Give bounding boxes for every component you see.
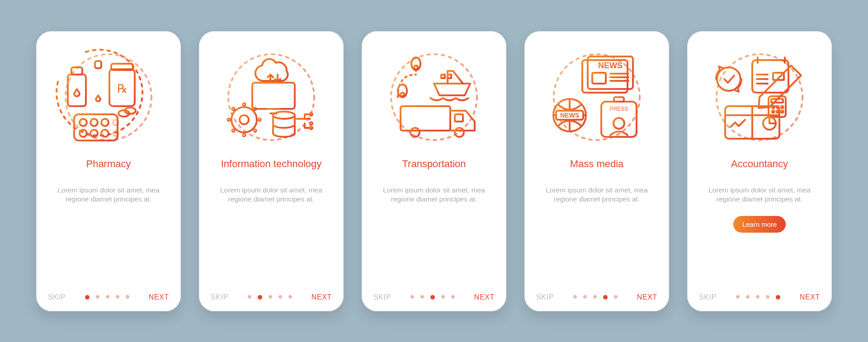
svg-rect-19 (252, 83, 295, 109)
pager-dot[interactable] (258, 295, 262, 300)
svg-text:NEWS: NEWS (598, 61, 623, 70)
pager-dots (573, 295, 618, 300)
pager-dot[interactable] (441, 295, 445, 299)
pager-dot[interactable] (603, 295, 608, 300)
pager-dots (248, 295, 292, 300)
slide-title: Transportation (373, 158, 495, 183)
svg-rect-39 (401, 106, 450, 131)
transportation-illustration (373, 43, 495, 151)
svg-point-42 (455, 128, 464, 137)
svg-point-63 (781, 106, 783, 108)
onboarding-row: ℞ Pharmacy Lorem ipsum dolor sit amet, m… (36, 31, 832, 311)
pager-dot[interactable] (766, 295, 769, 299)
slide-title: Accountancy (699, 158, 820, 183)
learn-more-button[interactable]: Learn more (733, 216, 786, 233)
svg-point-11 (90, 119, 98, 126)
pager-dot[interactable] (746, 295, 750, 299)
pager-dot[interactable] (116, 295, 119, 299)
svg-point-18 (228, 54, 314, 140)
svg-rect-52 (614, 97, 624, 102)
svg-point-29 (254, 129, 256, 132)
svg-point-22 (243, 103, 245, 106)
svg-point-23 (243, 134, 245, 136)
svg-point-36 (401, 93, 404, 96)
slide-title: Mass media (536, 158, 657, 183)
svg-rect-40 (455, 114, 463, 122)
pager-dot[interactable] (106, 295, 109, 299)
pager-dot[interactable] (736, 295, 740, 299)
pager-dot[interactable] (126, 295, 129, 299)
onboarding-slide: Transportation Lorem ipsum dolor sit ame… (362, 31, 506, 311)
onboarding-slide: Accountancy Lorem ipsum dolor sit amet, … (687, 31, 832, 311)
svg-text:℞: ℞ (117, 82, 127, 95)
pager-dot[interactable] (593, 295, 597, 299)
pager-dot[interactable] (269, 295, 272, 299)
svg-rect-47 (592, 73, 606, 84)
slide-title: Information technology (211, 158, 332, 183)
slide-title: Pharmacy (48, 158, 169, 183)
svg-rect-38 (448, 75, 451, 78)
slide-description: Lorem ipsum dolor sit amet, mea regione … (48, 186, 169, 205)
next-button[interactable]: NEXT (637, 293, 657, 301)
svg-point-26 (232, 108, 235, 110)
pager-dot[interactable] (756, 295, 760, 299)
pager-dots (736, 295, 780, 300)
pager-dot[interactable] (430, 295, 435, 300)
pager-dot[interactable] (573, 295, 577, 299)
slide-description: Lorem ipsum dolor sit amet, mea regione … (699, 186, 820, 205)
pager-dot[interactable] (583, 295, 587, 299)
pager-dot[interactable] (776, 295, 780, 300)
svg-point-13 (113, 120, 118, 125)
pager-dot[interactable] (288, 295, 292, 299)
next-button[interactable]: NEXT (311, 293, 332, 301)
svg-point-65 (777, 110, 779, 112)
svg-point-66 (781, 110, 783, 112)
pager-dot[interactable] (96, 295, 99, 299)
svg-text:PRESS: PRESS (610, 106, 628, 112)
pager-dot[interactable] (278, 295, 282, 299)
svg-point-10 (80, 119, 87, 126)
pager-dot[interactable] (420, 295, 424, 299)
slide-description: Lorem ipsum dolor sit amet, mea regione … (211, 186, 332, 205)
pager-dot[interactable] (614, 295, 618, 299)
svg-point-21 (240, 115, 249, 124)
slide-description: Lorem ipsum dolor sit amet, mea regione … (536, 186, 657, 205)
svg-point-32 (310, 122, 312, 125)
onboarding-slide: ℞ Pharmacy Lorem ipsum dolor sit amet, m… (36, 31, 181, 311)
svg-point-24 (227, 118, 230, 121)
pager-dots (410, 295, 455, 300)
svg-rect-3 (95, 61, 101, 68)
skip-button[interactable]: SKIP (211, 293, 228, 301)
pager-dot[interactable] (85, 295, 90, 300)
svg-point-54 (613, 118, 624, 129)
svg-text:NEWS: NEWS (560, 112, 579, 119)
onboarding-slide: Information technology Lorem ipsum dolor… (199, 31, 344, 311)
it-illustration (211, 43, 332, 151)
next-button[interactable]: NEXT (800, 293, 820, 301)
svg-point-25 (258, 118, 261, 121)
svg-rect-37 (441, 75, 445, 78)
pager-dot[interactable] (410, 295, 414, 299)
onboarding-slide: NEWS NEWS PRESS Mass media Lor (524, 31, 669, 311)
svg-point-16 (101, 130, 108, 137)
pager-dot[interactable] (451, 295, 455, 299)
svg-point-35 (414, 66, 418, 69)
svg-point-30 (273, 112, 295, 119)
next-button[interactable]: NEXT (149, 293, 169, 301)
next-button[interactable]: NEXT (474, 293, 495, 301)
svg-point-64 (772, 110, 774, 112)
pharmacy-illustration: ℞ (48, 43, 169, 151)
svg-point-12 (101, 119, 108, 126)
mass-media-illustration: NEWS NEWS PRESS (536, 43, 657, 151)
pager-dots (85, 295, 129, 300)
skip-button[interactable]: SKIP (373, 293, 391, 301)
pager-dot[interactable] (248, 295, 251, 299)
skip-button[interactable]: SKIP (536, 293, 554, 301)
skip-button[interactable]: SKIP (48, 293, 66, 301)
slide-description: Lorem ipsum dolor sit amet, mea regione … (373, 186, 495, 205)
svg-point-28 (232, 129, 235, 132)
accountancy-illustration (699, 43, 820, 151)
skip-button[interactable]: SKIP (699, 293, 717, 301)
